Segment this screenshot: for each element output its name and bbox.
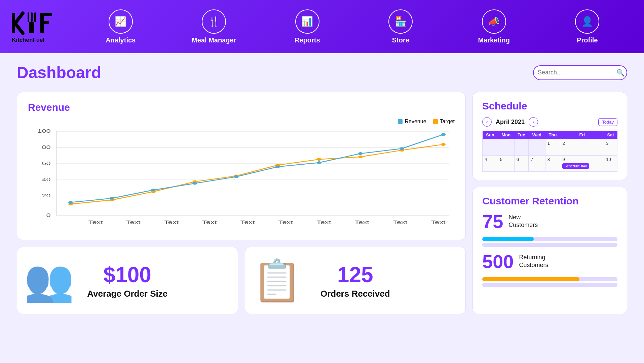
svg-point-49 <box>275 165 280 168</box>
cal-cell: 7 <box>529 156 545 172</box>
legend-revenue-dot <box>398 119 403 124</box>
svg-point-53 <box>441 133 446 136</box>
svg-text:40: 40 <box>42 177 51 182</box>
returning-customers-bar-empty <box>482 283 617 287</box>
store-icon: 🏪 <box>388 9 413 34</box>
schedule-prev-button[interactable]: ‹ <box>482 117 492 127</box>
new-customers-count: 75 <box>482 212 503 231</box>
schedule-badge: Schedule #40 <box>562 163 589 169</box>
returning-customers-bar-fill <box>482 277 579 281</box>
new-customers-label: NewCustomers <box>508 212 538 229</box>
nav-profile[interactable]: 👤 Profile <box>541 6 634 47</box>
nav-meal-manager-label: Meal Manager <box>192 36 236 44</box>
new-customers-stat: 75 NewCustomers <box>482 212 617 231</box>
svg-text:Text: Text <box>164 220 179 225</box>
svg-rect-5 <box>34 12 36 22</box>
svg-text:Text: Text <box>431 220 446 225</box>
legend-target: Target <box>433 119 455 125</box>
meal-manager-icon: 🍴 <box>202 9 226 34</box>
svg-point-44 <box>68 201 73 204</box>
returning-customers-label: ReturningCustomers <box>519 252 548 269</box>
revenue-title: Revenue <box>28 102 455 113</box>
cal-cell: 6 <box>514 156 528 172</box>
svg-point-43 <box>441 143 446 146</box>
nav-analytics[interactable]: 📈 Analytics <box>74 6 167 47</box>
svg-rect-8 <box>40 13 52 16</box>
main-nav: 📈 Analytics 🍴 Meal Manager 📊 Reports 🏪 S… <box>74 6 634 47</box>
schedule-nav-row: ‹ April 2021 › Today <box>482 117 617 127</box>
cal-wed: Wed <box>529 131 545 139</box>
avg-order-label: Average Order Size <box>87 289 167 299</box>
returning-customers-stat: 500 ReturningCustomers <box>482 252 617 271</box>
avg-order-icon: 👥 <box>24 257 74 304</box>
svg-point-41 <box>358 156 363 158</box>
retention-title: Customer Retention <box>482 195 617 207</box>
svg-text:20: 20 <box>42 193 51 198</box>
cal-sun: Sun <box>483 131 498 139</box>
svg-point-47 <box>193 182 197 185</box>
logo-area: KitchenFuel <box>10 10 54 43</box>
nav-marketing-label: Marketing <box>478 36 510 44</box>
svg-text:Text: Text <box>202 220 217 225</box>
cal-cell-9: 9Schedule #40 <box>560 156 604 172</box>
logo-icon: KitchenFuel <box>10 10 54 43</box>
orders-received-value: 125 <box>320 262 390 287</box>
search-input[interactable] <box>538 69 616 76</box>
cal-thu: Thu <box>545 131 560 139</box>
legend-target-label: Target <box>440 119 455 125</box>
cal-cell <box>514 139 528 156</box>
app-header: KitchenFuel 📈 Analytics 🍴 Meal Manager 📊… <box>0 0 644 53</box>
page-title: Dashboard <box>17 63 101 82</box>
marketing-icon: 📣 <box>482 9 506 34</box>
svg-text:Text: Text <box>278 220 293 225</box>
svg-point-48 <box>234 175 239 178</box>
new-customers-bar-fill <box>482 237 534 241</box>
new-customers-bar-empty <box>482 243 617 247</box>
nav-meal-manager[interactable]: 🍴 Meal Manager <box>167 6 261 47</box>
svg-rect-9 <box>40 21 49 24</box>
schedule-month: April 2021 <box>496 119 525 126</box>
schedule-title: Schedule <box>482 100 617 112</box>
returning-customers-bar-filled <box>482 277 617 281</box>
cal-cell: 2 <box>560 139 604 156</box>
new-customers-bar-filled <box>482 237 617 241</box>
returning-customers-bars <box>482 277 617 287</box>
search-button[interactable]: 🔍 <box>616 68 626 77</box>
new-customers-bar-secondary <box>482 243 563 247</box>
svg-text:Text: Text <box>316 220 331 225</box>
nav-store[interactable]: 🏪 Store <box>354 6 448 47</box>
nav-reports[interactable]: 📊 Reports <box>261 6 354 47</box>
svg-text:Text: Text <box>393 220 408 225</box>
nav-profile-label: Profile <box>577 36 598 44</box>
dashboard-grid: Revenue Revenue Target <box>17 92 627 314</box>
svg-point-50 <box>317 161 321 164</box>
schedule-nav: ‹ April 2021 › <box>482 117 538 127</box>
today-button[interactable]: Today <box>598 118 617 126</box>
svg-text:Text: Text <box>354 220 369 225</box>
chart-legend: Revenue Target <box>28 119 455 125</box>
nav-marketing[interactable]: 📣 Marketing <box>447 6 541 47</box>
retention-card: Customer Retention 75 NewCustomers 500 R… <box>472 187 627 314</box>
cal-cell: 10 <box>604 156 617 172</box>
orders-received-label: Orders Received <box>320 289 390 299</box>
svg-point-46 <box>151 189 156 191</box>
bottom-cards: 👥 $100 Average Order Size 📋 125 Orders R… <box>17 247 466 314</box>
new-customers-bars <box>482 237 617 247</box>
cal-cell: 4 <box>483 156 498 172</box>
svg-text:0: 0 <box>46 212 51 218</box>
right-column: Schedule ‹ April 2021 › Today Sun Mon T <box>472 92 627 314</box>
schedule-next-button[interactable]: › <box>529 117 538 127</box>
svg-point-45 <box>110 197 114 200</box>
calendar-table: Sun Mon Tue Wed Thu Fri Sat <box>482 131 617 172</box>
svg-rect-6 <box>29 22 34 33</box>
cal-week1: 1 2 3 <box>483 139 617 156</box>
reports-icon: 📊 <box>295 9 319 34</box>
orders-received-icon: 📋 <box>252 257 302 304</box>
revenue-chart-svg: 0 20 40 60 80 100 Text Text Text Text Te… <box>28 128 455 229</box>
svg-rect-4 <box>31 12 33 22</box>
svg-text:100: 100 <box>37 128 51 134</box>
svg-point-51 <box>358 152 363 155</box>
cal-fri: Fri <box>560 131 604 139</box>
avg-order-value: $100 <box>87 262 167 287</box>
nav-analytics-label: Analytics <box>106 36 136 44</box>
